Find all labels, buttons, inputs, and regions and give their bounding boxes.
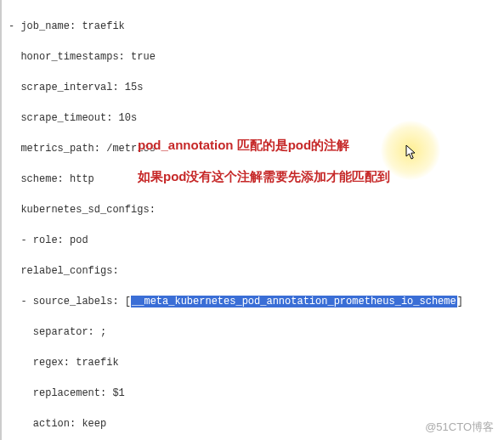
src1-suffix: ]	[457, 296, 463, 307]
line-role-pod: - role: pod	[8, 233, 497, 248]
line-scrape-int: scrape_interval: 15s	[8, 80, 497, 95]
line-repl-1: replacement: $1	[8, 386, 497, 401]
line-honor-ts: honor_timestamps: true	[8, 49, 497, 65]
line-src-labels-1: - source_labels: [__meta_kubernetes_pod_…	[8, 294, 497, 309]
annotation-text-1: pod_annotation 匹配的是pod的注解	[138, 136, 349, 155]
line-sep-1: separator: ;	[8, 324, 497, 340]
src1-prefix: - source_labels: [	[8, 296, 131, 307]
line-regex-traefik: regex: traefik	[8, 355, 497, 370]
yaml-config-block: - job_name: traefik honor_timestamps: tr…	[2, 0, 504, 440]
line-job-name: - job_name: traefik	[8, 19, 497, 34]
annotation-text-2: 如果pod没有这个注解需要先添加才能匹配到	[138, 167, 391, 187]
line-k8s-sd: kubernetes_sd_configs:	[8, 202, 497, 217]
watermark-text: @51CTO博客	[425, 419, 494, 436]
line-action-keep: action: keep	[8, 416, 497, 432]
line-scrape-to: scrape_timeout: 10s	[8, 110, 497, 126]
line-relabel: relabel_configs:	[8, 263, 497, 279]
highlighted-label[interactable]: __meta_kubernetes_pod_annotation_prometh…	[131, 296, 457, 307]
